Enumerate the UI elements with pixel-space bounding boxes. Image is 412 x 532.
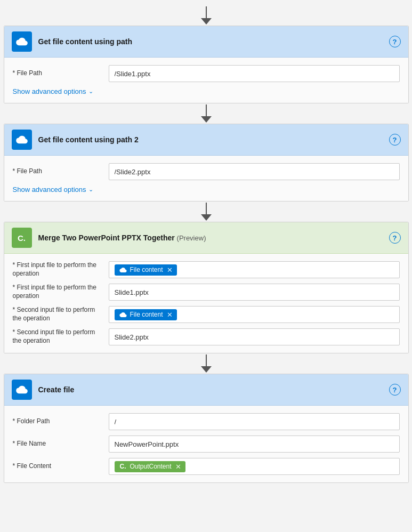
- step1-filepath-label: * File Path: [13, 69, 109, 78]
- step2-filepath-row: * File Path: [13, 163, 400, 180]
- step1-header: Get file content using path ?: [4, 26, 408, 58]
- arrow1: [201, 104, 212, 123]
- step3-help-icon[interactable]: ?: [389, 232, 401, 244]
- step4-title: Create file: [38, 385, 389, 394]
- step4-token-c-icon: C.: [119, 463, 127, 470]
- step3-token2-cloud-icon: [119, 311, 127, 318]
- step4-folderpath-label: * Folder Path: [13, 417, 109, 426]
- step3-first-name-field[interactable]: [115, 288, 394, 296]
- step4-folderpath-row: * Folder Path: [13, 413, 400, 430]
- step4-filename-label: * File Name: [13, 440, 109, 448]
- step3-header: C. Merge Two PowerPoint PPTX Together (P…: [4, 222, 408, 254]
- step3-first-content-token: File content ✕: [115, 264, 177, 276]
- step3-token1-cloud-icon: [119, 267, 127, 273]
- step3-second-name-input[interactable]: [109, 328, 400, 345]
- step3-first-name-label: * First input file to perform the operat…: [13, 284, 109, 300]
- step2-chevron-icon: ⌄: [88, 186, 93, 193]
- step1-filepath-input[interactable]: [109, 65, 400, 82]
- step4-body: * Folder Path * File Name * File Content…: [4, 406, 408, 482]
- step1-show-advanced[interactable]: Show advanced options ⌄: [13, 87, 400, 95]
- step4-icon: [12, 380, 32, 400]
- step4-filename-row: * File Name: [13, 436, 400, 453]
- step2-card: Get file content using path 2 ? * File P…: [4, 124, 409, 201]
- step3-second-name-label: * Second input file to perform the opera…: [13, 328, 109, 345]
- step3-card: C. Merge Two PowerPoint PPTX Together (P…: [4, 222, 409, 353]
- step4-card: Create file ? * Folder Path * File Name …: [4, 374, 409, 483]
- step4-help-icon[interactable]: ?: [389, 384, 401, 396]
- step4-filename-input[interactable]: [109, 436, 400, 453]
- step3-second-content-input[interactable]: File content ✕: [109, 306, 400, 323]
- step4-header: Create file ?: [4, 374, 408, 406]
- top-arrow: [201, 6, 212, 25]
- step2-filepath-field[interactable]: [115, 168, 394, 176]
- step3-second-name-row: * Second input file to perform the opera…: [13, 328, 400, 345]
- step3-first-name-row: * First input file to perform the operat…: [13, 284, 400, 301]
- step3-token1-close-icon[interactable]: ✕: [167, 266, 173, 274]
- step4-filecontent-label: * File Content: [13, 462, 109, 471]
- step2-help-icon[interactable]: ?: [389, 134, 401, 146]
- step2-header: Get file content using path 2 ?: [4, 124, 408, 156]
- step1-filepath-field[interactable]: [115, 70, 394, 78]
- arrow3: [201, 354, 212, 373]
- step2-show-advanced[interactable]: Show advanced options ⌄: [13, 186, 400, 194]
- step2-icon: [12, 130, 32, 150]
- step3-second-content-token: File content ✕: [115, 309, 177, 320]
- step4-token-close-icon[interactable]: ✕: [175, 463, 181, 471]
- step1-filepath-row: * File Path: [13, 65, 400, 82]
- step4-filecontent-row: * File Content C. OutputContent ✕: [13, 458, 400, 475]
- step2-body: * File Path Show advanced options ⌄: [4, 156, 408, 201]
- step2-title: Get file content using path 2: [38, 135, 389, 144]
- step1-body: * File Path Show advanced options ⌄: [4, 58, 408, 103]
- step3-second-content-label: * Second input file to perform the opera…: [13, 306, 109, 323]
- flow-container: Get file content using path ? * File Pat…: [4, 5, 409, 516]
- step1-icon: [12, 31, 32, 52]
- step3-body: * First input file to perform the operat…: [4, 254, 408, 353]
- step3-first-content-row: * First input file to perform the operat…: [13, 261, 400, 278]
- step1-card: Get file content using path ? * File Pat…: [4, 26, 409, 103]
- step2-filepath-input[interactable]: [109, 163, 400, 180]
- step3-title: Merge Two PowerPoint PPTX Together (Prev…: [38, 233, 389, 242]
- step4-filecontent-token: C. OutputContent ✕: [115, 461, 185, 472]
- step4-folderpath-input[interactable]: [109, 413, 400, 430]
- step4-filename-field[interactable]: [115, 440, 394, 448]
- step1-title: Get file content using path: [38, 37, 389, 46]
- step3-first-content-input[interactable]: File content ✕: [109, 261, 400, 278]
- step1-help-icon[interactable]: ?: [389, 36, 401, 47]
- arrow2: [201, 203, 212, 221]
- step3-token2-close-icon[interactable]: ✕: [167, 311, 173, 319]
- step2-filepath-label: * File Path: [13, 167, 109, 176]
- step3-first-name-input[interactable]: [109, 284, 400, 301]
- step4-filecontent-input[interactable]: C. OutputContent ✕: [109, 458, 400, 475]
- step1-chevron-icon: ⌄: [88, 88, 93, 95]
- step3-icon: C.: [12, 228, 32, 248]
- step3-second-name-field[interactable]: [115, 333, 394, 341]
- step3-first-content-label: * First input file to perform the operat…: [13, 261, 109, 278]
- step4-folderpath-field[interactable]: [115, 418, 394, 426]
- step3-second-content-row: * Second input file to perform the opera…: [13, 306, 400, 323]
